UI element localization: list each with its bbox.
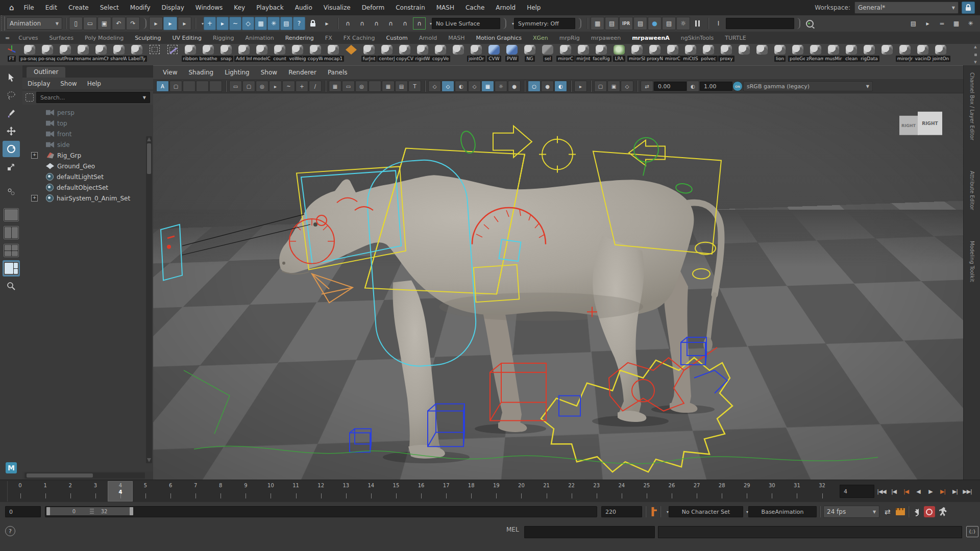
- range-end-handle[interactable]: [130, 507, 133, 515]
- shelf-item[interactable]: voWeig: [289, 45, 306, 62]
- shelf-tab[interactable]: mrpaweenA: [626, 32, 675, 44]
- timeline-frame[interactable]: 6 6: [158, 481, 183, 502]
- timeline-frame[interactable]: 11 11: [283, 481, 308, 502]
- vp-hud-icon[interactable]: ▭: [342, 81, 355, 92]
- timeline-frame[interactable]: 8 8: [208, 481, 233, 502]
- animation-end-field[interactable]: 220: [601, 506, 642, 517]
- single-pane-layout-icon[interactable]: [3, 207, 20, 223]
- vp-lights-icon[interactable]: ☼: [495, 81, 507, 92]
- viewport-menu-item[interactable]: Renderer: [283, 67, 322, 78]
- outliner-menu-item[interactable]: Show: [55, 79, 82, 89]
- shelf-item[interactable]: PVW: [503, 45, 521, 62]
- zoom-tool-icon[interactable]: [3, 278, 20, 294]
- menu-item[interactable]: Deform: [356, 2, 390, 13]
- vp-exposure-icon[interactable]: ⇄: [641, 81, 653, 92]
- vp-xray-joints-icon[interactable]: ◐: [554, 81, 567, 92]
- toggle-tool-settings-icon[interactable]: =: [935, 17, 949, 30]
- timeline-frame[interactable]: 17 17: [434, 481, 459, 502]
- light-editor-icon[interactable]: ☼: [676, 17, 690, 30]
- shelf-item[interactable]: count: [271, 45, 288, 62]
- vp-select-icon[interactable]: ▸: [574, 81, 587, 92]
- outliner-item[interactable]: + Rig_Grp: [22, 150, 153, 161]
- move-tool-icon[interactable]: [3, 123, 20, 139]
- shelf-item[interactable]: [753, 45, 771, 62]
- vp-image-icon[interactable]: ▤: [395, 81, 408, 92]
- sidebar-vertical-tab[interactable]: Modeling Toolkit: [969, 241, 975, 282]
- select-component-icon[interactable]: ▸: [178, 17, 191, 30]
- gamma-field[interactable]: 1.00: [700, 82, 732, 91]
- outliner-item[interactable]: + side: [22, 139, 153, 150]
- mask-rendering-icon[interactable]: ▤: [280, 17, 292, 30]
- playback-loop-icon[interactable]: ⇄: [885, 508, 891, 516]
- help-icon[interactable]: ?: [5, 526, 15, 536]
- menu-item[interactable]: Create: [63, 2, 94, 13]
- menu-item[interactable]: Select: [94, 2, 125, 13]
- outliner-item[interactable]: + hairSystem_0_Anim_Set: [22, 193, 153, 204]
- vp-lock-camera-icon[interactable]: ▢: [169, 81, 182, 92]
- timeline-frame[interactable]: 0 0: [8, 481, 33, 502]
- menu-item[interactable]: Edit: [40, 2, 63, 13]
- vp-pencil-icon[interactable]: /: [309, 81, 322, 92]
- render-settings-icon[interactable]: ▤: [633, 17, 647, 30]
- shelf-item[interactable]: proxyN: [646, 45, 664, 62]
- timeline-frame[interactable]: 16 16: [409, 481, 434, 502]
- outliner-menu-item[interactable]: Help: [82, 79, 106, 89]
- play-forwards-button[interactable]: ▶: [924, 485, 937, 498]
- menu-item[interactable]: MASH: [431, 2, 460, 13]
- outliner-item[interactable]: + top: [22, 118, 153, 129]
- go-to-start-button[interactable]: |◀◀: [875, 485, 888, 498]
- help-search-icon[interactable]: [803, 17, 817, 30]
- select-object-icon[interactable]: ▸: [163, 17, 177, 30]
- hypershade-icon[interactable]: ●: [648, 17, 662, 30]
- animation-preferences-icon[interactable]: [939, 507, 947, 516]
- timeline-frame[interactable]: 14 14: [358, 481, 383, 502]
- vp-camera-attributes-icon[interactable]: [183, 81, 195, 92]
- timeline-frame[interactable]: 20 20: [509, 481, 534, 502]
- mask-surfaces-icon[interactable]: ◇: [242, 17, 254, 30]
- animation-start-field[interactable]: 0: [5, 506, 41, 517]
- step-back-key-button[interactable]: |◀: [900, 485, 912, 498]
- shelf-item[interactable]: [736, 45, 753, 62]
- timeline-frame[interactable]: 1 1: [33, 481, 58, 502]
- vp-wireframe-icon[interactable]: ◇: [428, 81, 441, 92]
- shelf-tab[interactable]: Motion Graphics: [471, 32, 527, 44]
- outliner-item[interactable]: + front: [22, 129, 153, 139]
- mask-deformations-icon[interactable]: ▦: [255, 17, 267, 30]
- vp-grid-icon[interactable]: ▦: [329, 81, 341, 92]
- shelf-menu-icon[interactable]: =: [2, 35, 13, 41]
- menu-item[interactable]: Arnold: [490, 2, 521, 13]
- scale-tool-icon[interactable]: [3, 159, 20, 175]
- timeline-frame[interactable]: 31 31: [785, 481, 810, 502]
- outliner-horizontal-scrollbar[interactable]: [24, 472, 145, 479]
- shelf-item[interactable]: miCtlS: [682, 45, 699, 62]
- timeline-frame[interactable]: 25 25: [634, 481, 659, 502]
- viewport-scene[interactable]: RIGHT RIGHT: [153, 93, 964, 480]
- open-scene-icon[interactable]: ▭: [83, 17, 97, 30]
- vp-xray-icon[interactable]: ●: [541, 81, 554, 92]
- shelf-item[interactable]: copyCV: [396, 45, 413, 62]
- vp-layer2-icon[interactable]: ▣: [607, 81, 620, 92]
- shelf-item[interactable]: FT: [3, 45, 20, 62]
- select-hierarchy-icon[interactable]: ▸: [149, 17, 163, 30]
- menu-item[interactable]: Cache: [460, 2, 490, 13]
- outliner-item[interactable]: + persp: [22, 107, 153, 118]
- shelf-item[interactable]: [164, 45, 181, 62]
- anim-layer-field[interactable]: BaseAnimation: [748, 506, 817, 517]
- lock-selection-icon[interactable]: [306, 17, 320, 30]
- workspace-dropdown[interactable]: General* ▼: [854, 2, 959, 14]
- timeline-frame[interactable]: 26 26: [659, 481, 684, 502]
- expand-toggle-icon[interactable]: +: [31, 152, 38, 159]
- shelf-tab[interactable]: Sculpting: [129, 32, 166, 44]
- timeline-frame[interactable]: 28 28: [709, 481, 734, 502]
- shelf-tab[interactable]: XGen: [527, 32, 554, 44]
- select-tool-icon[interactable]: [3, 69, 20, 86]
- last-tool-icon[interactable]: [3, 184, 20, 200]
- shelf-item[interactable]: snap: [217, 45, 235, 62]
- shelf-item[interactable]: proxy: [718, 45, 735, 62]
- scroll-down-icon[interactable]: ▼: [974, 60, 976, 64]
- mask-all-icon[interactable]: +: [204, 17, 216, 30]
- vp-safe-title-icon[interactable]: +: [296, 81, 308, 92]
- timeline-frame[interactable]: 32 32: [810, 481, 835, 502]
- range-start-handle[interactable]: [46, 507, 50, 515]
- viewport-menu-item[interactable]: Shading: [183, 67, 219, 78]
